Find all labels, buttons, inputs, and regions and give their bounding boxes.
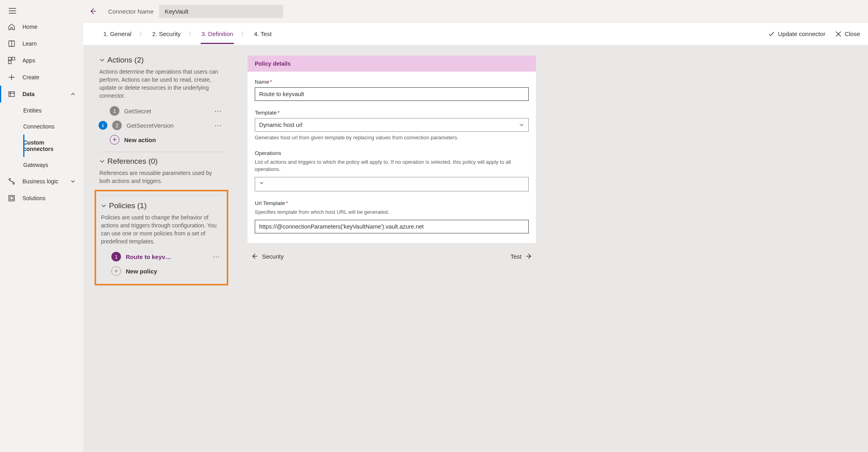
topbar: Connector Name — [83, 0, 868, 23]
connector-name-label: Connector Name — [108, 8, 153, 15]
chevron-right-icon: 〉 — [241, 30, 246, 37]
chevron-down-icon — [99, 57, 105, 63]
new-policy-button[interactable]: + New policy — [101, 264, 222, 278]
nav-entities[interactable]: Entities — [23, 102, 83, 119]
new-action-button[interactable]: + New action — [99, 133, 224, 147]
svg-rect-5 — [9, 92, 14, 96]
hamburger-menu[interactable] — [0, 3, 83, 18]
connector-name-input[interactable] — [159, 5, 283, 18]
steps-row: 1. General 〉 2. Security 〉 3. Definition… — [83, 23, 868, 45]
action-label: GetSecretVersion — [127, 122, 208, 129]
nav-solutions[interactable]: Solutions — [0, 190, 83, 207]
nav-custom-connectors[interactable]: Custom connectors — [23, 135, 83, 157]
url-label: Url Template* — [255, 200, 529, 206]
actions-desc: Actions determine the operations that us… — [99, 68, 224, 100]
nav-connections[interactable]: Connections — [23, 119, 83, 135]
chevron-up-icon — [70, 92, 75, 96]
actions-section: Actions (2) Actions determine the operat… — [99, 56, 224, 152]
policy-details-header: Policy details — [248, 56, 536, 72]
policies-section: Policies (1) Policies are used to change… — [99, 201, 224, 278]
nav-home[interactable]: Home — [0, 18, 83, 35]
chevron-down-icon — [70, 179, 75, 184]
definition-left-pane: Actions (2) Actions determine the operat… — [99, 56, 224, 285]
nav-label: Create — [22, 74, 39, 80]
nav-label: Solutions — [22, 195, 46, 201]
data-icon — [8, 90, 15, 98]
nav-label: Learn — [22, 40, 37, 47]
nav-data-children: Entities Connections Custom connectors G… — [0, 102, 83, 173]
action-item[interactable]: i 2 GetSecretVersion ⋯ — [99, 118, 224, 133]
nav-label: Apps — [22, 57, 35, 64]
back-button[interactable] — [86, 4, 100, 18]
policy-item[interactable]: 1 Route to keyv… ⋯ — [101, 249, 222, 264]
step-badge: 2 — [112, 121, 122, 130]
step-test[interactable]: 4. Test — [253, 24, 272, 44]
field-operations: Operations List of actions and triggers … — [255, 150, 529, 191]
next-test-link[interactable]: Test — [510, 253, 533, 260]
step-badge: 1 — [111, 252, 121, 261]
nav-data[interactable]: Data — [0, 86, 83, 102]
apps-icon — [8, 57, 15, 64]
svg-point-8 — [9, 179, 10, 180]
nav-learn[interactable]: Learn — [0, 35, 83, 52]
action-item[interactable]: 1 GetSecret ⋯ — [99, 104, 224, 118]
svg-point-9 — [13, 183, 14, 184]
operations-help: List of actions and triggers to which th… — [255, 159, 529, 173]
book-icon — [8, 40, 15, 47]
sidebar: Home Learn Apps Create Data Entities Con… — [0, 0, 83, 452]
policies-desc: Policies are used to change the behavior… — [101, 213, 222, 245]
nav-apps[interactable]: Apps — [0, 52, 83, 69]
template-select[interactable] — [255, 118, 529, 132]
chevron-down-icon — [99, 159, 105, 164]
more-icon[interactable]: ⋯ — [213, 106, 224, 115]
policies-header[interactable]: Policies (1) — [101, 201, 222, 210]
step-general[interactable]: 1. General — [103, 24, 132, 44]
nav-gateways[interactable]: Gateways — [23, 157, 83, 173]
home-icon — [8, 23, 15, 30]
nav-label: Business logic — [22, 178, 58, 185]
nav-label: Home — [22, 24, 37, 30]
check-icon — [768, 31, 775, 37]
arrow-left-icon — [89, 7, 97, 15]
operations-select[interactable] — [255, 177, 529, 191]
chevron-down-icon — [101, 203, 107, 209]
update-connector-button[interactable]: Update connector — [768, 30, 825, 37]
definition-right-pane: Policy details Name* Template* — [248, 56, 536, 263]
nav-business-logic[interactable]: Business logic — [0, 173, 83, 190]
chevron-right-icon: 〉 — [139, 30, 144, 37]
close-button[interactable]: Close — [835, 30, 860, 37]
nav-create[interactable]: Create — [0, 69, 83, 86]
name-label: Name* — [255, 79, 529, 85]
svg-rect-2 — [8, 57, 11, 60]
references-section: References (0) References are reusable p… — [99, 157, 224, 185]
solutions-icon — [8, 195, 15, 202]
url-help: Specifies template from which host URL w… — [255, 209, 529, 216]
content-body: Actions (2) Actions determine the operat… — [83, 45, 868, 452]
hamburger-icon — [9, 8, 16, 14]
name-input[interactable] — [255, 87, 529, 101]
policy-details-card: Policy details Name* Template* — [248, 56, 536, 243]
more-icon[interactable]: ⋯ — [213, 121, 224, 130]
close-icon — [835, 31, 842, 37]
flow-icon — [8, 178, 15, 185]
plus-circle-icon: + — [110, 135, 119, 145]
policy-label: Route to keyv… — [126, 253, 206, 260]
plus-circle-icon: + — [111, 266, 121, 276]
references-desc: References are reusable parameters used … — [99, 169, 224, 185]
actions-header[interactable]: Actions (2) — [99, 56, 224, 64]
more-icon[interactable]: ⋯ — [211, 252, 222, 261]
field-name: Name* — [255, 79, 529, 101]
step-security[interactable]: 2. Security — [151, 24, 181, 44]
references-header[interactable]: References (0) — [99, 157, 224, 166]
url-input[interactable] — [255, 220, 529, 233]
field-url-template: Url Template* Specifies template from wh… — [255, 200, 529, 233]
nav-label: Data — [22, 91, 34, 97]
step-definition[interactable]: 3. Definition — [201, 24, 234, 44]
svg-rect-10 — [9, 195, 14, 201]
svg-rect-11 — [10, 197, 13, 200]
prev-security-link[interactable]: Security — [251, 253, 284, 260]
svg-rect-4 — [8, 61, 11, 64]
chevron-down-icon — [259, 181, 516, 185]
footer-nav: Security Test — [248, 243, 536, 263]
operations-label: Operations — [255, 150, 529, 156]
